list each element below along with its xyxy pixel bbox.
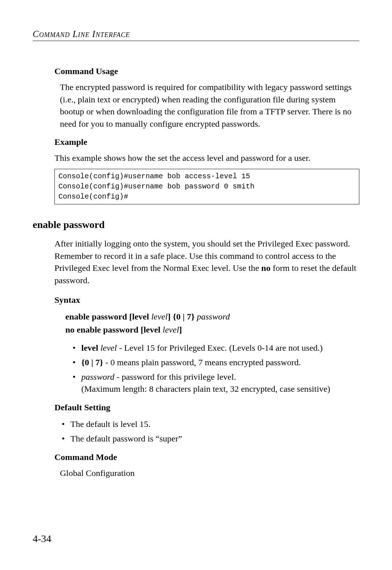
page-number: 4-34 bbox=[33, 533, 51, 545]
enable-password-description: After initially logging onto the system,… bbox=[54, 238, 359, 286]
page-header: Command Line Interface bbox=[33, 29, 359, 41]
default-bullet-2: The default password is “super” bbox=[62, 432, 359, 445]
header-rule bbox=[33, 41, 359, 41]
command-usage-heading: Command Usage bbox=[54, 66, 359, 76]
syntax-heading: Syntax bbox=[54, 295, 359, 305]
syntax-line-2: no enable password [level level] bbox=[65, 323, 359, 336]
syntax-block: enable password [level level] {0 | 7} pa… bbox=[54, 310, 359, 336]
enable-password-heading: enable password bbox=[33, 219, 359, 231]
header-title: Command Line Interface bbox=[33, 29, 130, 39]
default-bullet-1: The default is level 15. bbox=[62, 418, 359, 431]
command-mode-text: Global Configuration bbox=[54, 467, 359, 480]
command-mode-heading: Command Mode bbox=[54, 452, 359, 462]
default-setting-bullets: The default is level 15. The default pas… bbox=[54, 418, 359, 445]
page-content: Command Usage The encrypted password is … bbox=[33, 66, 359, 479]
example-code-block: Console(config)#username bob access-leve… bbox=[54, 169, 359, 204]
example-heading: Example bbox=[54, 137, 359, 147]
example-intro: This example shows how the set the acces… bbox=[54, 152, 359, 164]
syntax-line-1: enable password [level level] {0 | 7} pa… bbox=[65, 310, 359, 323]
syntax-bullet-1: level level - Level 15 for Privileged Ex… bbox=[73, 342, 359, 354]
syntax-bullet-2: {0 | 7} - 0 means plain password, 7 mean… bbox=[73, 357, 359, 369]
syntax-bullet-3: password - password for this privilege l… bbox=[73, 371, 359, 395]
command-usage-text: The encrypted password is required for c… bbox=[54, 81, 359, 130]
desc-bold-no: no bbox=[261, 263, 270, 273]
syntax-bullets: level level - Level 15 for Privileged Ex… bbox=[54, 342, 359, 395]
default-setting-heading: Default Setting bbox=[54, 403, 359, 412]
